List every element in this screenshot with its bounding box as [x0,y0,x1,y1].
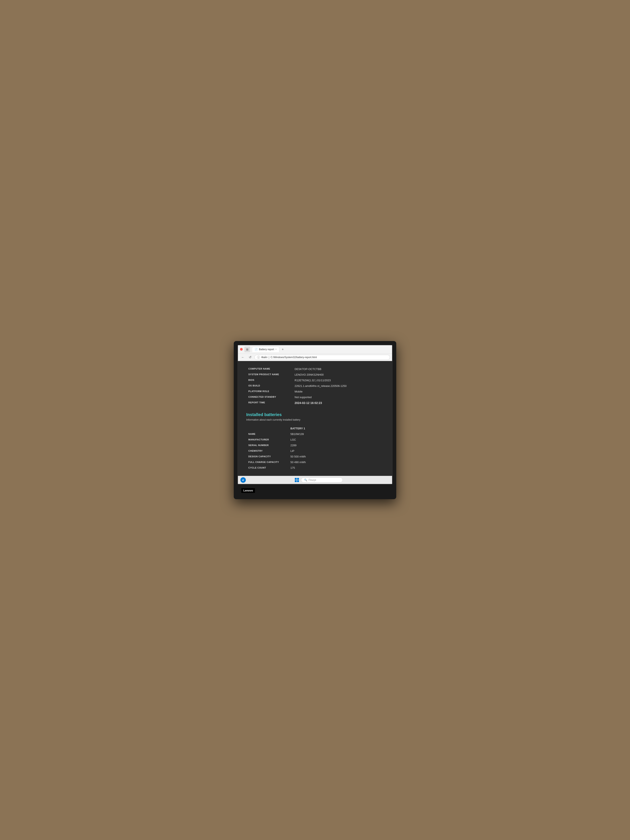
battery-header-label: BATTERY 1 [289,426,383,431]
battery-value: LiP [289,448,383,453]
system-info-value: Mobile [293,389,383,394]
address-bar-row: ← ↺ i Файл | C:/Windows/System32/battery… [238,354,392,361]
active-tab[interactable]: 📄 Battery report × [252,347,279,352]
screen: ⊞ 📄 Battery report × + ← ↺ i Файл | C:/W… [237,345,393,485]
windows-start-button[interactable] [295,478,299,482]
system-info-label: BIOS [247,378,292,383]
back-button[interactable]: ← [240,355,246,360]
battery-info-row: CHEMISTRYLiP [247,448,383,453]
system-info-row: PLATFORM ROLEMobile [247,389,383,394]
section-subtitle: Information about each currently install… [246,418,384,421]
win-sq-1 [295,478,297,480]
system-info-label: PLATFORM ROLE [247,389,292,394]
battery-info-row: DESIGN CAPACITY50 500 mWh [247,454,383,459]
system-info-label: REPORT TIME [247,400,292,406]
battery-info-row: MANUFACTURERLGC [247,437,383,442]
battery-info-row: NAME5B10W139 [247,431,383,437]
system-info-value: DESKTOP-OCTCTBB [293,366,383,372]
tab-page-icon: 📄 [254,348,258,351]
battery-info-row: SERIAL NUMBER2289 [247,443,383,448]
battery-label: FULL CHARGE CAPACITY [247,459,288,465]
search-icon: 🔍 [304,478,307,482]
battery-table: BATTERY 1 NAME5B10W139MANUFACTURERLGCSER… [246,425,384,471]
system-info-row: SYSTEM PRODUCT NAMELENOVO 20NKS2NH00 [247,372,383,377]
battery-value: 50 500 mWh [289,454,383,459]
battery-header-row: BATTERY 1 [247,426,383,431]
win-sq-4 [297,480,299,482]
laptop-frame: ⊞ 📄 Battery report × + ← ↺ i Файл | C:/W… [234,341,396,499]
battery-value: 5B10W139 [289,431,383,437]
system-info-value: Not supported [293,395,383,400]
new-tab-button[interactable]: + [280,347,286,352]
system-info-value: 22621.1.amd64fre.ni_release.220506-1250 [293,383,383,388]
address-field[interactable]: i Файл | C:/Windows/System32/battery-rep… [254,355,390,360]
section-title: Installed batteries [246,412,384,417]
edge-letter: e [242,478,244,482]
system-info-label: SYSTEM PRODUCT NAME [247,372,292,377]
tab-label: Battery report [259,348,274,351]
win-sq-3 [295,480,297,482]
battery-label: DESIGN CAPACITY [247,454,288,459]
system-info-label: CONNECTED STANDBY [247,395,292,400]
battery-value: 175 [289,465,383,471]
battery-info-row: CYCLE COUNT175 [247,465,383,471]
battery-label: NAME [247,431,288,437]
battery-value: 2289 [289,443,383,448]
close-dot[interactable] [240,348,243,351]
battery-header-empty [247,426,288,431]
battery-label: SERIAL NUMBER [247,443,288,448]
taskbar: e 🔍 Пошук [238,476,392,484]
battery-label: MANUFACTURER [247,437,288,442]
taskbar-center: 🔍 Пошук [248,477,390,483]
installed-batteries-section: Installed batteries Information about ea… [246,412,384,471]
system-info-value: R12ET62W(1.32 ) 01/11/2023 [293,378,383,383]
bottom-bar: Lenovo [237,485,393,493]
lenovo-logo: Lenovo [241,488,255,493]
battery-label: CHEMISTRY [247,448,288,453]
system-info-row: CONNECTED STANDBYNot supported [247,395,383,400]
info-icon: i [257,356,260,359]
tab-close-button[interactable]: × [275,348,277,351]
taskbar-search[interactable]: 🔍 Пошук [301,477,343,483]
system-info-row: REPORT TIME2024-02-12 16:02:23 [247,400,383,406]
win-sq-2 [297,478,299,480]
address-separator: | [269,356,269,359]
battery-value: LGC [289,437,383,442]
address-prefix: Файл [261,356,267,359]
system-info-label: OS BUILD [247,383,292,388]
system-info-label: COMPUTER NAME [247,366,292,372]
main-content: COMPUTER NAMEDESKTOP-OCTCTBBSYSTEM PRODU… [238,361,392,476]
traffic-lights [240,348,243,351]
battery-value: 50 490 mWh [289,459,383,465]
system-info-value: 2024-02-12 16:02:23 [293,400,383,406]
browser-titlebar: ⊞ 📄 Battery report × + [238,345,392,354]
system-info-row: COMPUTER NAMEDESKTOP-OCTCTBB [247,366,383,372]
address-url: C:/Windows/System32/battery-report.html [271,356,317,359]
refresh-button[interactable]: ↺ [248,355,253,360]
battery-label: CYCLE COUNT [247,465,288,471]
edge-browser-icon[interactable]: e [240,477,246,483]
search-placeholder: Пошук [308,478,316,482]
system-info-value: LENOVO 20NKS2NH00 [293,372,383,377]
system-info-table: COMPUTER NAMEDESKTOP-OCTCTBBSYSTEM PRODU… [246,366,384,406]
window-menu-button[interactable]: ⊞ [245,346,250,352]
tab-bar: 📄 Battery report × + [252,347,286,352]
battery-info-row: FULL CHARGE CAPACITY50 490 mWh [247,459,383,465]
system-info-row: OS BUILD22621.1.amd64fre.ni_release.2205… [247,383,383,388]
system-info-row: BIOSR12ET62W(1.32 ) 01/11/2023 [247,378,383,383]
